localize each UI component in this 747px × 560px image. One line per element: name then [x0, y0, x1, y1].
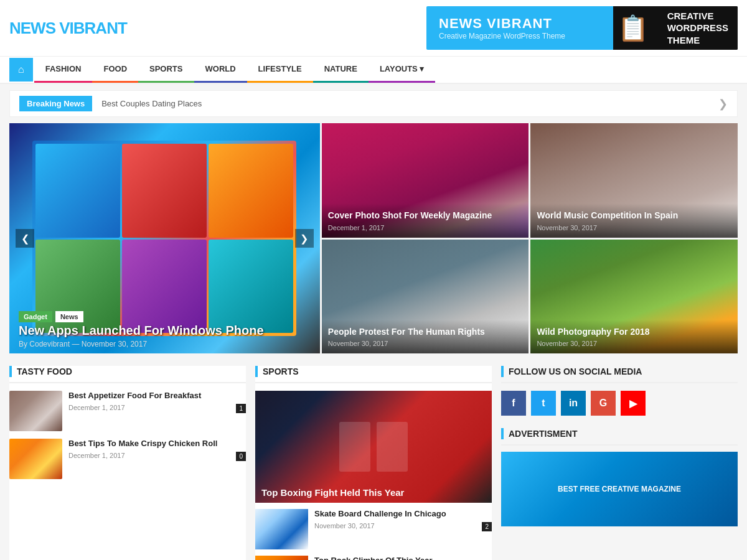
tasty-food-label: TASTY FOOD	[17, 366, 72, 376]
site-logo[interactable]: NEWS VIBRANT	[9, 19, 127, 38]
sports-date-0: November 30, 2017 2	[314, 522, 492, 530]
breaking-news-bar: Breaking News Best Couples Dating Places…	[9, 90, 738, 117]
sports-big-title: Top Boxing Fight Held This Year	[261, 487, 486, 498]
social-title: FOLLOW US ON SOCIAL MEDIA	[501, 366, 738, 383]
food-item-1[interactable]: Best Tips To Make Crispy Chicken Roll De…	[9, 439, 246, 479]
ad-title-bar	[501, 428, 504, 439]
ad-banner-right: CREATIVEWORDPRESSTHEME	[658, 6, 738, 50]
side-articles-col1: Cover Photo Shot For Weekly Magazine Dec…	[322, 123, 529, 353]
sports-thumb-1	[255, 556, 308, 560]
breaking-news-tag: Breaking News	[19, 96, 92, 111]
food-thumb-1	[9, 439, 62, 479]
boxer-1	[339, 422, 370, 472]
food-count-1: 0	[236, 452, 246, 461]
side-article-2-date: November 30, 2017	[537, 224, 731, 231]
food-date-0: December 1, 2017 1	[68, 404, 246, 411]
hero-meta: By Codevibrant — November 30, 2017	[19, 340, 147, 348]
side-articles-col2: World Music Competition In Spain Novembe…	[530, 123, 738, 353]
hero-nav: ❮ ❯	[9, 229, 320, 248]
side-article-0-date: December 1, 2017	[328, 224, 523, 231]
ad-banner-icon: 📋	[608, 14, 658, 43]
social-title-bar	[501, 366, 504, 377]
youtube-button[interactable]: ▶	[621, 391, 646, 416]
facebook-button[interactable]: f	[501, 391, 526, 416]
sports-info-0: Skate Board Challenge In Chicago Novembe…	[314, 509, 492, 549]
section-title-bar	[9, 366, 12, 377]
side-article-3-overlay: Wild Photography For 2018 November 30, 2…	[530, 320, 738, 353]
ad-banner-left: NEWS VIBRANT Creative Magazine WordPress…	[426, 9, 608, 47]
sports-label: SPORTS	[263, 366, 299, 376]
ad-banner: NEWS VIBRANT Creative Magazine WordPress…	[426, 6, 738, 50]
social-section: FOLLOW US ON SOCIAL MEDIA f t in G ▶ ADV…	[501, 366, 738, 560]
sports-count-0: 2	[482, 522, 492, 531]
nav-item-world[interactable]: WORLD	[194, 57, 247, 83]
nav-item-layouts[interactable]: LAYOUTS ▾	[369, 57, 436, 83]
main-content: ❮ ❯ Gadget News New Apps Launched For Wi…	[0, 123, 747, 560]
food-image-1	[9, 439, 62, 479]
nav: ⌂ FASHION FOOD SPORTS WORLD LIFESTYLE NA…	[0, 57, 747, 84]
side-article-2[interactable]: World Music Competition In Spain Novembe…	[530, 123, 738, 238]
linkedin-button[interactable]: in	[561, 391, 586, 416]
sports-section: SPORTS Top Boxing Fight Held This Year S…	[255, 366, 492, 560]
logo-text: NEWS	[9, 19, 59, 37]
hero-main-article[interactable]: ❮ ❯ Gadget News New Apps Launched For Wi…	[9, 123, 320, 353]
header: NEWS VIBRANT NEWS VIBRANT Creative Magaz…	[0, 0, 747, 57]
sports-small-item-0[interactable]: Skate Board Challenge In Chicago Novembe…	[255, 509, 492, 549]
sports-title: SPORTS	[255, 366, 492, 383]
side-article-0-title: Cover Photo Shot For Weekly Magazine	[328, 210, 523, 221]
sports-big-article[interactable]: Top Boxing Fight Held This Year	[255, 391, 492, 503]
logo-accent: VIBRANT	[59, 19, 127, 37]
grid-cell-2	[122, 144, 207, 238]
twitter-button[interactable]: t	[531, 391, 556, 416]
hero-title: New Apps Launched For Windows Phone	[19, 324, 311, 338]
nav-item-food[interactable]: FOOD	[92, 57, 138, 83]
ad-banner-subtitle: Creative Magazine WordPress Theme	[439, 32, 596, 40]
sports-thumb-0	[255, 509, 308, 549]
side-article-3-title: Wild Photography For 2018	[537, 326, 731, 337]
tag-gadget: Gadget	[19, 311, 52, 322]
side-article-1[interactable]: People Protest For The Human Rights Nove…	[322, 240, 529, 354]
social-label: FOLLOW US ON SOCIAL MEDIA	[509, 366, 642, 376]
side-article-1-date: November 30, 2017	[328, 340, 523, 347]
google-plus-button[interactable]: G	[591, 391, 616, 416]
sections-row: TASTY FOOD Best Appetizer Food For Break…	[9, 366, 738, 560]
grid-cell-3	[209, 144, 293, 238]
ad-section-title: ADVERTISMENT	[501, 428, 738, 446]
nav-item-fashion[interactable]: FASHION	[34, 57, 93, 83]
food-date-1: December 1, 2017 0	[68, 452, 246, 459]
side-article-3-date: November 30, 2017	[537, 340, 731, 347]
food-info-1: Best Tips To Make Crispy Chicken Roll De…	[68, 439, 246, 479]
tag-news: News	[55, 311, 83, 322]
food-item-0[interactable]: Best Appetizer Food For Breakfast Decemb…	[9, 391, 246, 431]
boxing-image	[255, 391, 492, 503]
social-icons: f t in G ▶	[501, 391, 738, 416]
grid-cell-5	[122, 240, 207, 334]
side-article-0[interactable]: Cover Photo Shot For Weekly Magazine Dec…	[322, 123, 529, 238]
hero-tags: Gadget News	[19, 311, 83, 322]
nav-home-button[interactable]: ⌂	[9, 58, 33, 82]
side-article-3[interactable]: Wild Photography For 2018 November 30, 2…	[530, 240, 738, 354]
sports-info-1: Top Rock Climber Of This Year November 3…	[314, 556, 492, 560]
food-info-0: Best Appetizer Food For Breakfast Decemb…	[68, 391, 246, 431]
food-title-1: Best Tips To Make Crispy Chicken Roll	[68, 439, 246, 449]
food-thumb-0	[9, 391, 62, 431]
grid-cell-1	[35, 144, 120, 238]
nav-item-lifestyle[interactable]: LIFESTYLE	[247, 57, 313, 83]
food-title-0: Best Appetizer Food For Breakfast	[68, 391, 246, 401]
sports-title-bar	[255, 366, 258, 377]
sports-small-item-1[interactable]: Top Rock Climber Of This Year November 3…	[255, 556, 492, 560]
sports-title-0: Skate Board Challenge In Chicago	[314, 509, 492, 520]
nav-item-nature[interactable]: NATURE	[313, 57, 369, 83]
food-count-0: 1	[236, 404, 246, 413]
ad-banner-title: NEWS VIBRANT	[439, 16, 596, 32]
side-article-1-overlay: People Protest For The Human Rights Nove…	[322, 320, 529, 353]
tasty-food-section: TASTY FOOD Best Appetizer Food For Break…	[9, 366, 246, 560]
hero-next-button[interactable]: ❯	[295, 229, 314, 248]
nav-item-sports[interactable]: SPORTS	[138, 57, 194, 83]
boxer-2	[377, 422, 408, 472]
ad-section-label: ADVERTISMENT	[509, 429, 577, 439]
hero-prev-button[interactable]: ❮	[16, 229, 34, 248]
breaking-news-arrow[interactable]: ❯	[718, 97, 728, 111]
side-article-1-title: People Protest For The Human Rights	[328, 326, 523, 337]
side-article-0-overlay: Cover Photo Shot For Weekly Magazine Dec…	[322, 203, 529, 237]
